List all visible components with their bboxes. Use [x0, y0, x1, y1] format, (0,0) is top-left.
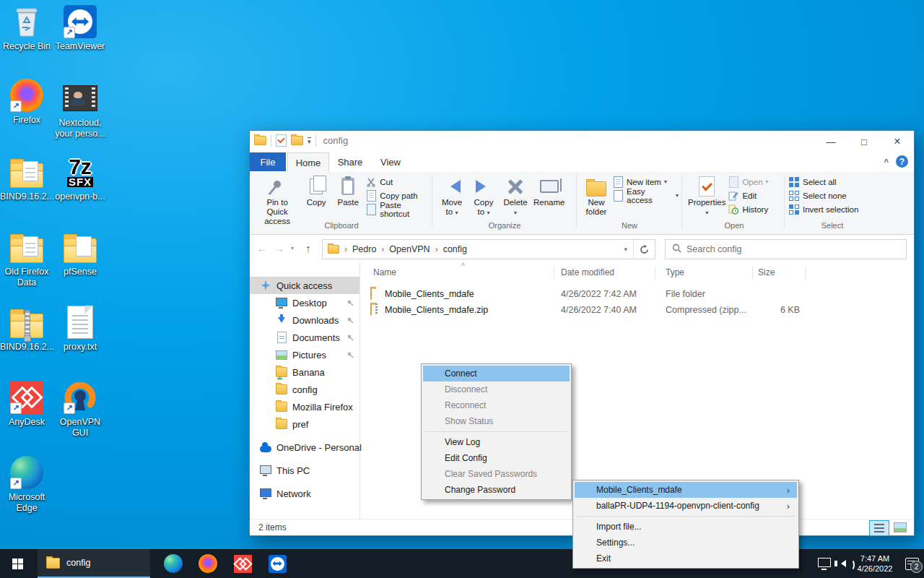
desktop-icon-proxy-txt[interactable]: proxy.txt	[53, 305, 107, 353]
taskbar-clock[interactable]: 7:47 AM 4/26/2022	[850, 553, 899, 574]
tab-file[interactable]: File	[250, 152, 286, 171]
pin-to-quick-access-button[interactable]: Pin to Quickaccess	[254, 173, 300, 228]
sidebar-item-pictures[interactable]: Pictures	[250, 346, 359, 363]
column-header-date-modified[interactable]: Date modified	[561, 267, 614, 277]
desktop-icon-recycle-bin[interactable]: Recycle Bin	[0, 4, 53, 52]
details-view-button[interactable]	[869, 520, 889, 536]
close-button[interactable]: ×	[881, 131, 914, 152]
select-none-button[interactable]: Select none	[788, 190, 858, 202]
address-dropdown-icon[interactable]: ▾	[618, 240, 634, 259]
desktop-icon-nextcloud[interactable]: Nextcloud, your perso...	[53, 81, 107, 140]
menu-item-change-password[interactable]: Change Password	[423, 482, 570, 498]
new-folder-button[interactable]: Newfolder	[580, 173, 612, 218]
tab-home[interactable]: Home	[287, 152, 329, 173]
paste-button[interactable]: Paste	[332, 173, 364, 209]
file-row-folder[interactable]: Mobile_Clients_mdafe 4/26/2022 7:42 AM F…	[360, 287, 911, 303]
desktop-icon-openvpn-sfx[interactable]: 7zSFX openvpn-b...	[53, 155, 107, 202]
sidebar-item-desktop[interactable]: Desktop	[250, 294, 359, 311]
refresh-icon[interactable]	[634, 240, 655, 259]
desktop-icon-firefox[interactable]: ↗ Firefox	[0, 78, 53, 126]
desktop-icon-bind-folder[interactable]: BIND9.16.2...	[0, 155, 53, 202]
help-icon[interactable]: ?	[896, 155, 908, 168]
collapse-ribbon-icon[interactable]: ^	[884, 158, 889, 166]
edit-button[interactable]: Edit	[728, 190, 768, 202]
menu-item-mobile-clients-mdafe[interactable]: Mobile_Clients_mdafe ›	[575, 482, 797, 498]
taskbar-icon-anydesk[interactable]	[227, 549, 258, 578]
tab-share[interactable]: Share	[331, 152, 370, 171]
history-button[interactable]: History	[728, 204, 768, 215]
new-item-button[interactable]: New item ▾	[612, 176, 679, 188]
paste-shortcut-button[interactable]: Paste shortcut	[365, 204, 429, 215]
minimize-button[interactable]: —	[814, 131, 847, 152]
new-folder-qat-icon[interactable]	[291, 136, 303, 145]
search-box[interactable]: Search config	[665, 239, 907, 259]
sidebar-item-documents[interactable]: Documents	[250, 329, 359, 346]
easy-access-button[interactable]: Easy access ▾	[612, 190, 679, 202]
forward-button[interactable]: →	[271, 239, 287, 256]
tray-network-icon[interactable]	[816, 549, 833, 578]
desktop-icon-pfsense[interactable]: pfSense	[53, 230, 107, 277]
action-center-button[interactable]: 2	[899, 549, 924, 578]
rename-button[interactable]: Rename	[531, 173, 567, 209]
sidebar-item-pref[interactable]: pref	[250, 415, 359, 433]
teamviewer-icon: ↗	[63, 4, 97, 39]
column-separator[interactable]	[554, 267, 554, 280]
back-button[interactable]: ←	[254, 239, 270, 256]
menu-item-ballapr-config[interactable]: ballaPR-UDP4-1194-openvpn-client-config …	[575, 498, 797, 514]
delete-button[interactable]: Delete▾	[500, 173, 531, 218]
taskbar-icon-teamviewer[interactable]	[261, 549, 293, 578]
breadcrumb-pedro[interactable]: Pedro	[352, 244, 376, 254]
menu-item-view-log[interactable]: View Log	[423, 434, 570, 450]
menu-item-exit[interactable]: Exit	[575, 551, 797, 566]
recent-locations-icon[interactable]: ▾	[287, 239, 297, 256]
desktop-icon-bind-zip[interactable]: BIND9.16.2...	[0, 305, 53, 353]
cut-button[interactable]: Cut	[365, 176, 429, 188]
menu-item-connect[interactable]: Connect	[423, 366, 570, 381]
move-to-button[interactable]: Moveto ▾	[436, 173, 468, 218]
menu-item-import-file[interactable]: Import file...	[575, 519, 797, 535]
invert-selection-button[interactable]: Invert selection	[788, 204, 858, 215]
maximize-button[interactable]: □	[847, 131, 881, 152]
desktop-icon-old-firefox-data[interactable]: Old Firefox Data	[0, 230, 53, 289]
menu-item-edit-config[interactable]: Edit Config	[423, 450, 570, 466]
title-bar[interactable]: ▾ config — □ ×	[250, 131, 914, 152]
taskbar-icon-edge[interactable]	[157, 549, 189, 578]
sidebar-item-network[interactable]: Network	[250, 485, 359, 502]
column-header-size[interactable]: Size	[758, 267, 775, 277]
taskbar-button-config[interactable]: config	[38, 549, 150, 578]
taskbar-icon-firefox[interactable]	[192, 549, 224, 578]
sidebar-item-config[interactable]: config	[250, 381, 359, 398]
breadcrumb-config[interactable]: config	[443, 244, 467, 254]
select-all-button[interactable]: Select all	[788, 176, 858, 188]
desktop-icon-microsoft-edge[interactable]: ↗ Microsoft Edge	[0, 455, 53, 514]
properties-button[interactable]: Properties▾	[686, 173, 728, 218]
thumbnail-view-button[interactable]	[891, 520, 910, 535]
tab-view[interactable]: View	[372, 152, 409, 171]
copy-to-button[interactable]: Copyto ▾	[468, 173, 500, 218]
customize-qat-icon[interactable]: ▾	[308, 137, 311, 144]
column-header-name[interactable]: Name	[373, 267, 396, 277]
desktop-icon-teamviewer[interactable]: ↗ TeamViewer	[53, 4, 107, 52]
column-separator[interactable]	[752, 267, 753, 280]
sidebar-item-banana[interactable]: Banana	[250, 363, 359, 381]
sidebar-item-onedrive[interactable]: OneDrive - Personal	[250, 439, 359, 456]
sidebar-item-this-pc[interactable]: This PC	[250, 462, 359, 479]
sidebar-item-downloads[interactable]: Downloads	[250, 311, 359, 329]
sidebar-item-quick-access[interactable]: Quick access	[250, 277, 359, 294]
breadcrumb-openvpn[interactable]: OpenVPN	[389, 244, 430, 254]
column-separator[interactable]	[805, 267, 806, 280]
desktop-icon-anydesk[interactable]: ↗ AnyDesk	[0, 380, 53, 428]
file-row-zip[interactable]: Mobile_Clients_mdafe.zip 4/26/2022 7:40 …	[360, 303, 911, 319]
sidebar-item-mozilla-firefox[interactable]: Mozilla Firefox	[250, 398, 359, 415]
tray-volume-icon[interactable]	[833, 549, 850, 578]
copy-button[interactable]: Copy	[300, 173, 332, 209]
menu-item-settings[interactable]: Settings...	[575, 535, 797, 551]
column-header-type[interactable]: Type	[666, 267, 684, 277]
properties-qat-icon[interactable]	[276, 134, 287, 147]
address-box[interactable]: › Pedro › OpenVPN › config ▾	[322, 239, 655, 259]
up-button[interactable]: ↑	[300, 239, 316, 256]
start-button[interactable]	[0, 549, 35, 578]
desktop-icon-openvpn-gui[interactable]: ↗ OpenVPN GUI	[53, 380, 107, 439]
copy-path-button[interactable]: Copy path	[365, 190, 429, 202]
column-separator[interactable]	[655, 267, 655, 280]
